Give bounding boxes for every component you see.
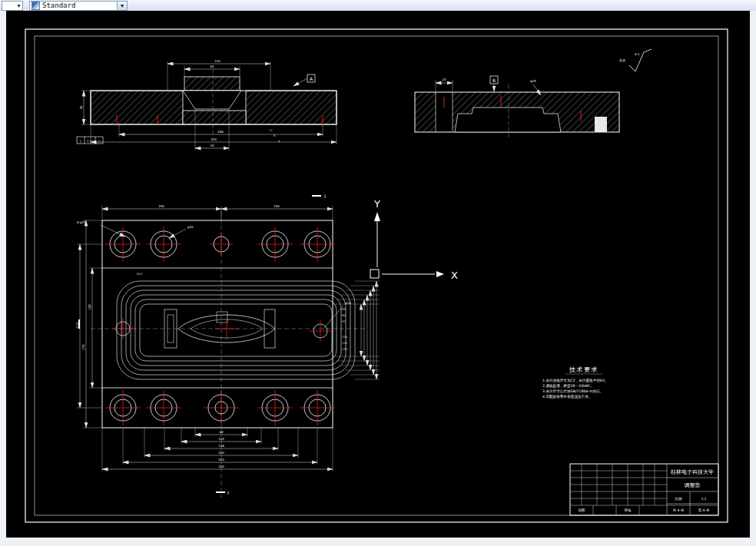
dim-label: 68 xyxy=(342,308,346,311)
leader-label: φ32 xyxy=(187,225,194,229)
hatch-region xyxy=(183,111,246,124)
dim-label: 44 xyxy=(210,144,214,147)
dim-label: 156 xyxy=(88,304,91,310)
section-mark-label: Ⅰ xyxy=(227,490,229,495)
leader-line xyxy=(323,306,343,329)
chevron-down-icon: ▼ xyxy=(120,3,125,8)
dim-label: 12 xyxy=(269,129,273,132)
right-dim-lines xyxy=(361,281,376,379)
ucs-x-arrow-icon xyxy=(436,271,444,277)
tech-line: 4.装配前各零件表面清洗干净。 xyxy=(542,394,592,399)
roughness-tail xyxy=(644,49,652,52)
draw-label: 制图 xyxy=(579,508,585,512)
tech-title: 技术要求 xyxy=(569,366,598,373)
drawing-canvas[interactable]: 其余 6.3 84 124 40 266 320 xyxy=(6,11,750,538)
dim-label: 104 xyxy=(342,336,348,339)
extension-lines xyxy=(436,80,453,93)
cavity-profile xyxy=(183,91,241,109)
chevron-down-icon: ▼ xyxy=(16,3,22,8)
extension-lines xyxy=(102,206,333,220)
section-mark-label: Ⅰ xyxy=(324,194,326,199)
mini-dropdown[interactable]: ▼ xyxy=(2,1,23,11)
datum-label: A xyxy=(310,76,313,81)
hatch-region-boss xyxy=(184,77,240,91)
tech-line: 3.未注尺寸公差按GB/T1804-m执行。 xyxy=(542,389,603,393)
dim-label: 128 xyxy=(342,348,348,351)
nested-pocket-outlines xyxy=(117,281,355,379)
dim-label: 84 xyxy=(210,65,214,68)
gdt-value: 0.02 xyxy=(87,140,93,143)
dim-label: 150 xyxy=(158,204,164,208)
extension-lines xyxy=(332,281,380,379)
solid-block xyxy=(595,117,607,132)
extension-lines xyxy=(77,220,102,428)
ucs-icon: Y X xyxy=(370,198,458,281)
check-label: 审核 xyxy=(625,508,632,512)
gdt-frame: ∥ 0.02 A xyxy=(77,137,103,144)
gdt-symbol: ∥ xyxy=(80,140,81,143)
dim-label: 266 xyxy=(217,130,224,134)
style-icon xyxy=(32,2,40,10)
scale-label: 比例 xyxy=(675,497,683,501)
dim-label: 124 xyxy=(214,59,220,63)
extension-lines xyxy=(102,428,333,472)
drawing-svg: 其余 6.3 84 124 40 266 320 xyxy=(6,11,750,538)
section-view-right: 24 B φ25 xyxy=(415,76,619,140)
toolbar: ▼ Standard ▼ xyxy=(0,0,756,11)
style-combo-button[interactable]: ▼ xyxy=(117,2,127,10)
dim-label: 80 xyxy=(342,314,346,317)
bottom-row-crosshairs xyxy=(105,390,335,425)
leader-label: 8-φ25 xyxy=(77,220,86,224)
tech-line: 2.调质处理，硬度28～32HRC。 xyxy=(542,383,594,389)
ucs-x-label: X xyxy=(451,270,458,281)
dim-label: 148 xyxy=(218,444,224,448)
section-view-left: 84 124 40 266 320 44 12 8 4 A ∥ xyxy=(77,59,337,151)
dim-label: 24 xyxy=(442,78,446,81)
ucs-y-label: Y xyxy=(373,198,380,210)
roughness-prefix: 其余 xyxy=(619,58,625,63)
dim-label: 40 xyxy=(79,105,83,110)
roughness-value: 6.3 xyxy=(635,52,640,56)
tech-requirements: 技术要求 1.未注倒角尺寸为C2，未注圆角半径R3。 2.调质处理，硬度28～3… xyxy=(542,366,608,399)
leader-label: φ25 xyxy=(530,79,536,83)
dim-label: 104 xyxy=(218,437,224,441)
leader-label: φ16 xyxy=(345,301,351,305)
dim-label: 200 xyxy=(218,451,224,455)
style-combo-value: Standard xyxy=(42,2,117,10)
plan-view: φ16 8-φ25 φ32 M12 150 150 213 270 156 xyxy=(75,194,380,498)
dim-label: 92 xyxy=(342,320,346,323)
mid-crosshairs xyxy=(112,317,331,342)
sheet-number: 第 4 张 xyxy=(698,508,710,512)
dim-label: 116 xyxy=(342,342,348,345)
dim-label: 253 xyxy=(218,458,224,462)
dim-label: 4 xyxy=(278,140,280,143)
roughness-symbol: 其余 6.3 xyxy=(619,49,652,71)
style-combo[interactable]: Standard ▼ xyxy=(29,1,128,11)
dim-label: 300 xyxy=(218,465,224,468)
dim-label: 68 xyxy=(219,430,224,434)
datum-label: B xyxy=(492,78,496,83)
dim-label: 320 xyxy=(211,137,217,141)
part-name: 调整垫 xyxy=(685,482,701,488)
hatch-region xyxy=(91,91,183,124)
scale-value: 1:1 xyxy=(701,497,706,501)
plate-outline xyxy=(102,220,333,428)
top-row-crosshairs xyxy=(105,227,335,262)
leader-line xyxy=(101,225,125,237)
gate-insert xyxy=(217,312,227,323)
ucs-y-arrow-icon xyxy=(374,212,380,221)
dim-label: 270 xyxy=(81,344,85,350)
dim-label: 150 xyxy=(274,204,280,208)
datum-leader xyxy=(293,78,307,86)
title-block: 桂林电子科技大学 调整垫 比例 1:1 共 4 张 第 4 张 制图 审核 xyxy=(570,464,718,515)
cad-window: ▼ Standard ▼ 其余 6.3 xyxy=(0,0,756,546)
ucs-origin-box xyxy=(370,270,379,278)
thread-label: M12 xyxy=(137,273,143,276)
tech-line: 1.未注倒角尺寸为C2，未注圆角半径R3。 xyxy=(542,379,608,383)
gdt-datum: A xyxy=(98,140,101,143)
university-name: 桂林电子科技大学 xyxy=(670,469,714,475)
sheet-total: 共 4 张 xyxy=(673,508,685,512)
dim-label: 8 xyxy=(274,134,276,137)
